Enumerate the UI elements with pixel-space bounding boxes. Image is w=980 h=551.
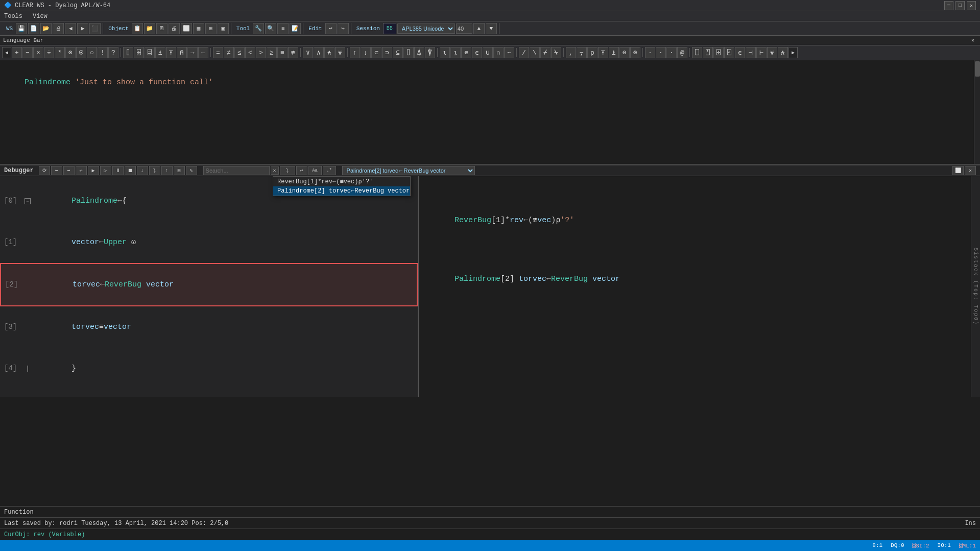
font-size-input[interactable] xyxy=(456,23,472,34)
tb-session-icon[interactable]: BB xyxy=(383,23,396,34)
lang-btn-dots3[interactable]: · xyxy=(666,47,677,58)
dbg-back[interactable]: ↩ xyxy=(76,166,87,175)
lang-btn-backslash-bar[interactable]: ⍀ xyxy=(551,47,561,58)
lang-btn-enclose[interactable]: ⊂ xyxy=(371,47,381,58)
lang-nav-left[interactable]: ◀ xyxy=(2,47,11,58)
tb-obj8[interactable]: ▣ xyxy=(218,23,229,34)
lang-btn-lt[interactable]: < xyxy=(245,47,255,58)
lang-btn-disclose[interactable]: ⊃ xyxy=(382,47,392,58)
lang-btn-subset[interactable]: ⊆ xyxy=(393,47,403,58)
lang-btn-slash-bar[interactable]: ⌿ xyxy=(540,47,551,58)
lang-btn-index[interactable]: ⌷ xyxy=(403,47,414,58)
lang-btn-le[interactable]: ≤ xyxy=(234,47,245,58)
search-options2[interactable]: ↩ xyxy=(296,166,307,175)
tb-forward[interactable]: ▶ xyxy=(77,23,88,34)
code-panel[interactable]: ReverBug[1]*rev←(≢vec)⍴'?' Palindrome[2]… xyxy=(0,176,419,397)
search-regex[interactable]: .* xyxy=(323,166,336,175)
tb-tool3[interactable]: ≡ xyxy=(277,23,289,34)
tb-open[interactable]: 📂 xyxy=(40,23,52,34)
lang-btn-semi[interactable]: ⍪ xyxy=(577,47,587,58)
lang-btn-rho[interactable]: ⍴ xyxy=(587,47,597,58)
lang-btn-circle-bar[interactable]: ⊖ xyxy=(619,47,630,58)
dbg-pause[interactable]: ⏸ xyxy=(112,166,124,175)
tb-obj5[interactable]: ⬜ xyxy=(181,23,192,34)
lang-btn-qbox[interactable]: ⌻ xyxy=(724,47,734,58)
lang-btn-ibeam[interactable]: ⌷ xyxy=(123,47,133,58)
lang-btn-phi[interactable]: ⍕ xyxy=(598,47,608,58)
tb-obj6[interactable]: ▦ xyxy=(193,23,204,34)
lang-btn-find[interactable]: ⍷ xyxy=(472,47,482,58)
stack-dropdown-overlay[interactable]: ReverBug[1]*rev←(≢vec)⍴'?' Palindrome[2]… xyxy=(273,176,411,196)
lang-btn-match[interactable]: ≡ xyxy=(277,47,288,58)
editor-scrollbar-thumb[interactable] xyxy=(975,61,980,77)
dbg-step-over[interactable]: ⤵ xyxy=(149,166,160,175)
tb-obj3[interactable]: 🖹 xyxy=(156,23,168,34)
lang-btn-atsign[interactable]: @ xyxy=(677,47,687,58)
lang-btn-backslash[interactable]: \ xyxy=(530,47,540,58)
lang-btn-dots2[interactable]: · xyxy=(656,47,666,58)
lang-nav-right[interactable]: ▶ xyxy=(788,47,798,58)
tb-obj1[interactable]: 📋 xyxy=(132,23,143,34)
lang-btn-divide[interactable]: ÷ xyxy=(44,47,54,58)
menu-tools[interactable]: Tools xyxy=(2,12,25,20)
lang-btn-right-tack[interactable]: ⊢ xyxy=(756,47,767,58)
language-bar-close[interactable]: ✕ xyxy=(969,36,977,44)
dbg-trace[interactable]: ⊞ xyxy=(174,166,185,175)
lang-btn-format[interactable]: ⍕ xyxy=(166,47,176,58)
dbg-step-back[interactable]: ⬅ xyxy=(51,166,62,175)
tb-obj7[interactable]: ⊞ xyxy=(205,23,217,34)
lang-btn-find2[interactable]: ⍷ xyxy=(735,47,745,58)
font-size-down[interactable]: ▼ xyxy=(486,23,497,34)
lang-btn-tilde[interactable]: ~ xyxy=(504,47,514,58)
tb-obj4[interactable]: 🖨 xyxy=(169,23,180,34)
lang-btn-gradedown[interactable]: ⍒ xyxy=(425,47,435,58)
lang-btn-chi[interactable]: ⍎ xyxy=(609,47,619,58)
lang-btn-right-arrow[interactable]: → xyxy=(187,47,198,58)
lang-btn-gt[interactable]: > xyxy=(256,47,266,58)
stack-item-0[interactable]: ReverBug[1]*rev←(≢vec)⍴'?' xyxy=(273,177,410,186)
lang-btn-epsilon[interactable]: ∊ xyxy=(461,47,471,58)
editor-area[interactable]: Palindrome 'Just to show a function call… xyxy=(0,60,980,165)
maximize-button[interactable]: □ xyxy=(955,1,965,10)
dbg-forward[interactable]: ➡ xyxy=(63,166,75,175)
tb-undo[interactable]: ↩ xyxy=(325,23,337,34)
lang-btn-circle[interactable]: ○ xyxy=(87,47,97,58)
dbg-stop[interactable]: ⏹ xyxy=(125,166,136,175)
lang-btn-dots1[interactable]: · xyxy=(645,47,655,58)
editor-scrollbar[interactable] xyxy=(974,60,980,164)
tb-obj2[interactable]: 📁 xyxy=(144,23,155,34)
lang-btn-circle-star[interactable]: ⊗ xyxy=(65,47,76,58)
lang-btn-and[interactable]: ∧ xyxy=(314,47,324,58)
code-line-2[interactable]: [2] torvec←ReverBug vector xyxy=(0,263,418,306)
tb-tool1[interactable]: 🔧 xyxy=(253,23,264,34)
font-size-up[interactable]: ▲ xyxy=(473,23,485,34)
lang-btn-intersect[interactable]: ∩ xyxy=(493,47,504,58)
search-clear[interactable]: ✕ xyxy=(271,166,279,175)
lang-btn-gradeup[interactable]: ⍋ xyxy=(414,47,424,58)
dbg-close[interactable]: ✕ xyxy=(965,166,976,175)
lang-btn-plus[interactable]: + xyxy=(12,47,22,58)
lang-btn-iota[interactable]: ⍳ xyxy=(440,47,450,58)
stack-item-1[interactable]: Palindrome[2] torvec←ReverBug vector xyxy=(273,186,410,196)
dbg-edit[interactable]: ✎ xyxy=(186,166,197,175)
lang-btn-eq[interactable]: = xyxy=(213,47,223,58)
lang-btn-down[interactable]: ↓ xyxy=(361,47,371,58)
lang-btn-neq[interactable]: ≠ xyxy=(224,47,234,58)
search-options1[interactable]: ⤵ xyxy=(280,166,295,175)
lang-btn-ge[interactable]: ≥ xyxy=(267,47,277,58)
lang-btn-omega[interactable]: ⊗ xyxy=(630,47,640,58)
title-bar-controls[interactable]: ─ □ ✕ xyxy=(944,1,976,10)
dbg-step-into[interactable]: ↓ xyxy=(137,166,148,175)
lang-btn-iotabar[interactable]: ⍸ xyxy=(450,47,461,58)
lang-btn-up[interactable]: ↑ xyxy=(350,47,360,58)
dbg-restart[interactable]: ⟳ xyxy=(39,166,50,175)
lang-btn-log[interactable]: ⍟ xyxy=(76,47,86,58)
lang-btn-left-tack[interactable]: ⊣ xyxy=(746,47,756,58)
stack-dropdown-select[interactable]: ReverBug[1]*rev←(≢vec)⍴'?' Palindrome[2]… xyxy=(342,166,475,175)
lang-btn-squish[interactable]: ⍞ xyxy=(703,47,713,58)
menu-view[interactable]: View xyxy=(31,12,50,20)
lang-btn-comma[interactable]: , xyxy=(566,47,576,58)
font-select[interactable]: APL385 Unicode xyxy=(397,23,455,34)
tb-tool2[interactable]: 🔍 xyxy=(265,23,276,34)
lang-btn-star[interactable]: * xyxy=(55,47,65,58)
